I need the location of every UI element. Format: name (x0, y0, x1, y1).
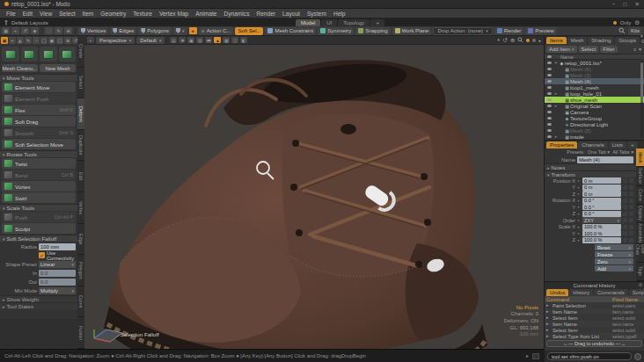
action-center-button[interactable]: ⊕Action C... (199, 27, 234, 35)
reset-arrow-icon[interactable]: ◂ (577, 238, 581, 243)
prop-category-tab-surface[interactable]: Surface (636, 167, 644, 185)
items-tab-items[interactable]: Items (546, 37, 567, 44)
section-header-move-tools[interactable]: ▾Move Tools (0, 74, 77, 81)
shading-dropdown[interactable]: Default▾ (136, 37, 165, 44)
viewport-option-icon-8[interactable]: ◧ (240, 37, 247, 43)
command-run-icon[interactable] (634, 353, 641, 360)
freeze-button[interactable]: Freeze▾ (595, 251, 633, 257)
close-button[interactable]: ✕ (635, 1, 640, 8)
category-tab-polygon[interactable]: Polygon (77, 255, 84, 286)
menu-file[interactable]: File (6, 11, 16, 17)
channel-icon[interactable] (629, 192, 633, 196)
menu-item[interactable]: Item (83, 11, 94, 17)
prop-category-tab-curve[interactable]: Curve (636, 186, 644, 205)
item-row-shoe-mesh[interactable]: ▦shoe_mesh (545, 97, 644, 103)
add-button[interactable]: Add▾ (595, 265, 633, 272)
layout-tab-ui[interactable]: UI (321, 19, 337, 26)
tool-smooth[interactable]: SmoothShift S (2, 127, 76, 138)
visibility-toggle[interactable] (545, 105, 553, 108)
action-center-icon[interactable]: ● (189, 27, 197, 34)
item-row-loop1-mesh[interactable]: ▦loop1_mesh (545, 84, 644, 90)
channel-icon[interactable] (629, 231, 633, 235)
one-tab-dropdown[interactable]: One Tab ▾ (588, 149, 610, 155)
visibility-toggle[interactable] (545, 62, 553, 65)
viewport-dot2-icon[interactable] (532, 39, 536, 42)
channel-icon[interactable] (629, 212, 633, 216)
symmetry-button[interactable]: Symmetry (318, 27, 354, 35)
sidebar-tool-icon-1[interactable]: + (9, 37, 16, 44)
envelope-icon[interactable] (623, 238, 627, 243)
sidebar-tool-icon-8[interactable]: ⊕ (64, 37, 71, 44)
item-row-directional-light[interactable]: ☀Directional Light (545, 121, 644, 127)
viewport-dot-icon[interactable] (526, 39, 530, 42)
gear-icon[interactable]: ⚙ (634, 19, 640, 26)
envelope-icon[interactable] (623, 231, 627, 235)
rotate-tool-icon[interactable]: ↺ (21, 27, 29, 34)
position-x-0-field[interactable]: 0 m (582, 177, 621, 184)
properties-tab-properties[interactable]: Properties (546, 141, 577, 148)
sidebar-tool-icon-3[interactable]: ✎ (25, 37, 32, 44)
viewport-option-icon-7[interactable]: ◫ (231, 37, 238, 43)
drop-action-dropdown[interactable]: Drop Action: (none)▾ (433, 27, 492, 35)
category-tab-deform[interactable]: Deform (77, 98, 84, 130)
boot-3d-model[interactable] (84, 45, 544, 349)
zero-button[interactable]: Zero▾ (595, 258, 633, 264)
drag-undo-redo-handle[interactable]: ←— Drag to undo/redo —→ (546, 340, 642, 347)
category-tab-curve[interactable]: Curve (77, 286, 84, 318)
channel-icon[interactable] (629, 178, 633, 183)
select-lasso-icon[interactable]: ◌ (45, 27, 53, 34)
prop-category-tab-mesh[interactable]: Mesh (636, 148, 644, 167)
tool-swirl[interactable]: Swirl (2, 192, 76, 203)
add-item-button[interactable]: Add Item▾ (546, 46, 577, 53)
reset-arrow-icon[interactable]: ◂ (577, 212, 581, 216)
category-tab-duplicate[interactable]: Duplicate (77, 130, 84, 162)
item-row-retop-0001-lxo[interactable]: ▾◆retop_0001.lxo* (545, 60, 644, 66)
tool-preset-button-1[interactable] (21, 47, 39, 62)
select-paint-icon[interactable]: ✎ (55, 27, 62, 34)
item-row-texturegroup[interactable]: ◈TextureGroup (545, 115, 644, 121)
y-4-field[interactable]: 0.0 ° (582, 204, 621, 210)
history-row-0[interactable]: ▸Paint Selectionselect.paint (545, 302, 644, 308)
menu-help[interactable]: Help (333, 11, 346, 17)
items-tab-mesh[interactable]: Mesh (567, 37, 588, 44)
viewport-menu-icon[interactable]: ▪ (87, 37, 94, 43)
visibility-toggle[interactable] (545, 92, 553, 96)
visibility-toggle[interactable] (545, 68, 553, 71)
properties-tab-lists[interactable]: Lists (609, 141, 626, 148)
channel-icon[interactable] (629, 225, 633, 229)
envelope-icon[interactable] (623, 225, 627, 229)
maximize-button[interactable]: □ (624, 1, 627, 8)
connectivity-checkbox[interactable]: ✓ (39, 252, 45, 258)
envelope-icon[interactable] (623, 212, 627, 216)
reset-arrow-icon[interactable]: ◂ (577, 192, 581, 196)
reset-arrow-icon[interactable]: ◂ (577, 178, 581, 183)
menu-view[interactable]: View (40, 11, 52, 17)
history-tab-undos[interactable]: Undos (546, 289, 568, 296)
z-2-field[interactable]: 0 m (582, 191, 621, 197)
items-scrollbar[interactable] (640, 61, 643, 138)
category-tab-edit[interactable]: Edit (77, 161, 84, 192)
status-box-icon[interactable] (532, 353, 539, 359)
all-tabs-dropdown[interactable]: All Tabs ▾ (612, 149, 633, 155)
command-input[interactable]: tool.set xfrm.push on (547, 352, 632, 360)
visibility-toggle[interactable] (545, 86, 553, 90)
render-button[interactable]: Render (494, 27, 524, 35)
sidebar-tool-icon-4[interactable]: ◔ (33, 37, 40, 44)
visibility-toggle[interactable] (545, 117, 553, 120)
prop-category-tab-user-chan[interactable]: User Chan (636, 244, 644, 263)
reset-arrow-icon[interactable]: ◂ (577, 205, 581, 209)
mesh-constraint-button[interactable]: Mesh Constraint (265, 27, 316, 35)
viewport-option-icon-5[interactable]: ▲ (214, 37, 221, 43)
section-header-rotate-tools[interactable]: ▾Rotate Tools (0, 150, 77, 157)
viewport-option-icon-2[interactable]: ▣ (187, 37, 194, 43)
tool-element-push[interactable]: Element Push (2, 93, 76, 104)
category-tab-edge[interactable]: Edge (77, 224, 84, 256)
menu-render[interactable]: Render (256, 11, 275, 17)
item-row-mesh-3[interactable]: ▦Mesh (3) (545, 72, 644, 78)
tool-soft-selection-move[interactable]: Soft Selection Move (2, 139, 76, 149)
history-row-3[interactable]: ▸Item Nameitem.name (545, 321, 644, 327)
history-row-2[interactable]: ▸Select Itemselect.subIt (545, 315, 644, 321)
reset-arrow-icon[interactable]: ◂ (577, 199, 581, 203)
expand-arrow-icon[interactable]: ▸ (553, 134, 559, 139)
z-5-field[interactable]: 0.0 ° (582, 211, 621, 217)
